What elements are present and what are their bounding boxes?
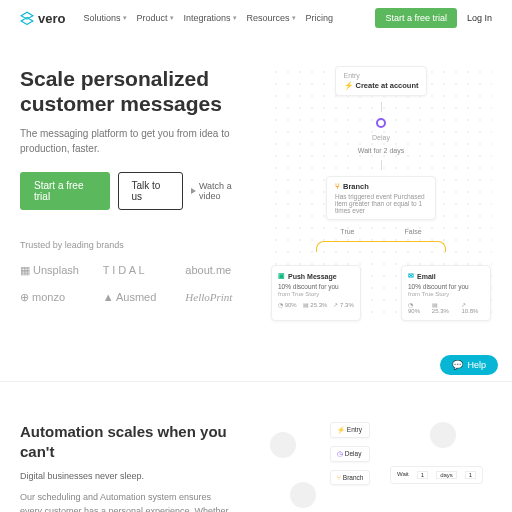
flow-branch-node: ⑂Branch Has triggered event Purchased it… bbox=[326, 176, 436, 220]
brand-helloprint: HelloPrint bbox=[185, 291, 250, 304]
section2-body: Our scheduling and Automation system ens… bbox=[20, 491, 230, 512]
brand-aboutme: about.me bbox=[185, 264, 250, 277]
mini-entry-node: ⚡ Entry bbox=[330, 422, 370, 438]
wait-config-box: Wait1days1 bbox=[390, 466, 483, 484]
login-link[interactable]: Log In bbox=[467, 13, 492, 23]
watch-video-button[interactable]: Watch a video bbox=[191, 181, 250, 201]
play-icon bbox=[191, 188, 196, 194]
brand-unsplash: ▦ Unsplash bbox=[20, 264, 85, 277]
nav-product[interactable]: Product▾ bbox=[137, 13, 174, 23]
nav-links: Solutions▾ Product▾ Integrations▾ Resour… bbox=[83, 13, 333, 23]
avatar-icon bbox=[270, 432, 296, 458]
nav-pricing[interactable]: Pricing bbox=[306, 13, 334, 23]
branch-icon: ⑂ bbox=[335, 182, 340, 191]
nav-resources[interactable]: Resources▾ bbox=[247, 13, 296, 23]
branch-true-label: True bbox=[340, 228, 354, 235]
help-button[interactable]: 💬Help bbox=[440, 355, 498, 375]
flow-entry-node: Entry ⚡Create at account bbox=[335, 66, 428, 96]
nav-cta-button[interactable]: Start a free trial bbox=[375, 8, 457, 28]
delay-dot-icon bbox=[376, 118, 386, 128]
branch-connector bbox=[316, 241, 446, 255]
push-message-node: ▣Push Message 10% discount for you from … bbox=[271, 265, 361, 321]
delay-desc: Wait for 2 days bbox=[358, 147, 404, 154]
mini-branch-node: ⑂ Branch bbox=[330, 470, 370, 485]
logo-icon bbox=[20, 11, 34, 25]
branch-false-label: False bbox=[405, 228, 422, 235]
push-icon: ▣ bbox=[278, 272, 285, 280]
hero-title: Scale personalized customer messages bbox=[20, 66, 250, 116]
nav-solutions[interactable]: Solutions▾ bbox=[83, 13, 126, 23]
hero-cta-primary[interactable]: Start a free trial bbox=[20, 172, 110, 210]
automation-section: Automation scales when you can't Digital… bbox=[0, 382, 512, 512]
avatar-icon bbox=[430, 422, 456, 448]
bolt-icon: ⚡ bbox=[344, 81, 353, 90]
top-nav: vero Solutions▾ Product▾ Integrations▾ R… bbox=[0, 0, 512, 36]
logo[interactable]: vero bbox=[20, 11, 65, 26]
hero-subtitle: The messaging platform to get you from i… bbox=[20, 126, 250, 156]
brand-monzo: ⊕ monzo bbox=[20, 291, 85, 304]
avatar-icon bbox=[290, 482, 316, 508]
brand-ausmed: ▲ Ausmed bbox=[103, 291, 168, 304]
mini-delay-node: ◷ Delay bbox=[330, 446, 370, 462]
hero-section: Scale personalized customer messages The… bbox=[0, 36, 512, 361]
trusted-label: Trusted by leading brands bbox=[20, 240, 250, 250]
chat-icon: 💬 bbox=[452, 360, 463, 370]
workflow-diagram: Entry ⚡Create at account Delay Wait for … bbox=[270, 66, 492, 321]
brand-tidal: T I D A L bbox=[103, 264, 168, 277]
section2-subtitle: Digital businesses never sleep. bbox=[20, 471, 230, 481]
hero-cta-secondary[interactable]: Talk to us bbox=[118, 172, 183, 210]
section2-title: Automation scales when you can't bbox=[20, 422, 230, 461]
email-node: ✉Email 10% discount for you from True St… bbox=[401, 265, 491, 321]
nav-integrations[interactable]: Integrations▾ bbox=[184, 13, 237, 23]
brand-logos: ▦ Unsplash T I D A L about.me ⊕ monzo ▲ … bbox=[20, 264, 250, 304]
envelope-icon: ✉ bbox=[408, 272, 414, 280]
section2-diagram: ⚡ Entry ◷ Delay ⑂ Branch Wait1days1 bbox=[250, 422, 492, 512]
delay-label: Delay bbox=[372, 134, 390, 141]
